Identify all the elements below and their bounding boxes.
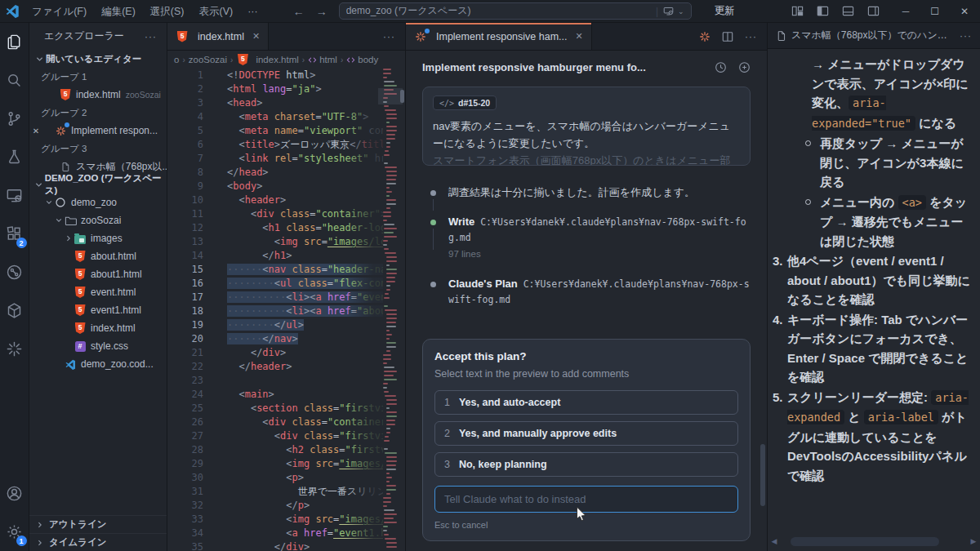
line-number: 16 [167, 277, 203, 291]
back-arrow[interactable]: ← [293, 5, 305, 18]
scrollbar-thumb[interactable] [791, 537, 939, 546]
minimap-slider[interactable] [378, 88, 403, 104]
webview-scrollbar[interactable] [760, 444, 765, 506]
menu-item[interactable]: 選択(S) [143, 0, 192, 23]
minimap-line [386, 260, 397, 262]
tree-item-index.html[interactable]: 5index.html [29, 319, 167, 337]
toggle-panel-icon[interactable] [842, 5, 854, 17]
open-editor-item[interactable]: ✕Implement respon... [29, 122, 167, 140]
tree-item-event.html[interactable]: 5event.html [29, 283, 167, 301]
tab-plan-preview[interactable]: スマホ幅（768px以下）でのハンバーガー... ··· [768, 23, 980, 49]
minimap-line [386, 420, 395, 421]
menu-bar: ファイル(F)編集(E)選択(S)表示(V)··· [24, 0, 265, 23]
line-number: 29 [167, 457, 203, 471]
toggle-sidebar-icon[interactable] [817, 5, 829, 17]
line-number: 31 [167, 485, 203, 499]
minimap-line [383, 220, 387, 221]
tree-item-label: index.html [91, 322, 136, 334]
menu-item[interactable]: ··· [240, 0, 265, 23]
editor-scrollbar[interactable] [400, 90, 404, 103]
breadcrumb[interactable]: o›zooSozai›5index.html›html›body [167, 51, 405, 69]
editor-actions-icon[interactable]: ··· [960, 30, 972, 42]
minimap[interactable] [383, 69, 399, 551]
breadcrumb-item[interactable]: zooSozai [189, 55, 227, 64]
plan-option-3[interactable]: 3No, keep planning [434, 452, 738, 477]
remote-window-icon[interactable] [663, 6, 674, 16]
workspace-header[interactable]: DEMO_ZOO (ワークスペース) [29, 176, 167, 193]
account-icon[interactable] [0, 474, 29, 513]
menu-item[interactable]: 表示(V) [191, 0, 240, 23]
scroll-left-icon[interactable]: ◀ [769, 537, 779, 545]
menu-item[interactable]: ファイル(F) [24, 0, 94, 23]
claude-step-2: Claude's Plan C:¥Users¥danek¥.claude¥pla… [422, 277, 751, 308]
maximize-button[interactable]: ☐ [930, 6, 939, 17]
remote-explorer-icon[interactable] [0, 176, 29, 215]
chevron-down-icon[interactable]: ⌄ [678, 7, 684, 16]
update-button[interactable]: 更新 [715, 4, 735, 18]
open-editor-item[interactable]: 5index.htmlzooSozai [29, 86, 167, 104]
toggle-secondary-sidebar-icon[interactable] [867, 5, 880, 17]
tree-item-images[interactable]: images [29, 229, 167, 247]
customize-layout-icon[interactable] [791, 5, 804, 17]
minimap-line [386, 256, 398, 258]
tab-claude-session[interactable]: Implement responsive ham... ✕ [406, 23, 592, 50]
history-icon[interactable] [715, 61, 727, 73]
editor-actions-icon[interactable]: ··· [745, 31, 757, 42]
split-editor-icon[interactable] [722, 31, 733, 42]
chevron-down-icon [44, 199, 54, 206]
tree-item-about.html[interactable]: 5about.html [29, 247, 167, 265]
tree-item-style.css[interactable]: #style.css [29, 337, 167, 355]
close-tab-icon[interactable]: ✕ [252, 31, 260, 42]
close-editor-icon[interactable]: ✕ [29, 127, 42, 136]
scroll-right-icon[interactable]: ▶ [969, 537, 978, 545]
circle-branch-icon[interactable] [0, 253, 29, 291]
open-editors-header[interactable]: 開いているエディター [29, 50, 167, 68]
command-center[interactable]: demo_zoo (ワークスペース) | ⌄ [339, 2, 692, 20]
tree-item-zooSozai[interactable]: zooSozai [29, 211, 167, 229]
settings-icon[interactable]: 1 [0, 513, 29, 551]
minimap-line [386, 118, 397, 119]
breadcrumb-item[interactable]: body [346, 55, 378, 64]
extensions-icon[interactable]: 2 [0, 215, 29, 253]
tree-item-event1.html[interactable]: 5event1.html [29, 301, 167, 319]
code-editor[interactable]: 1<!DOCTYPE html>2<html lang="ja">3<head>… [167, 69, 405, 551]
breadcrumb-item[interactable]: 5index.html [236, 53, 298, 66]
minimap-line [386, 460, 397, 462]
new-comment-icon[interactable] [738, 61, 751, 73]
claude-icon[interactable] [0, 330, 29, 368]
user-prompt-card[interactable]: </>d#15-20 nav要素のメニューを、スマホ幅の場合はハンバーガーメニュ… [422, 87, 751, 166]
option-key: 3 [444, 459, 450, 470]
md-item-5: 5.スクリーンリーダー想定: aria-expanded と aria-labe… [768, 388, 973, 486]
close-tab-icon[interactable]: ✕ [576, 31, 583, 42]
claude-new-session-icon[interactable] [699, 31, 710, 42]
close-button[interactable]: ✕ [960, 6, 969, 17]
breadcrumb-item[interactable]: html [308, 55, 337, 64]
markdown-preview[interactable]: → メニューがドロップダウンで表示、アイコンが×印に変化、aria-expand… [768, 49, 980, 534]
tree-item-demo_zoo.cod...[interactable]: demo_zoo.cod... [29, 355, 167, 373]
chevron-right-icon [64, 235, 74, 242]
open-editor-label: index.html [76, 89, 121, 100]
sidebar-section-0[interactable]: アウトライン [29, 515, 167, 533]
plan-option-1[interactable]: 1Yes, and auto-accept [434, 390, 738, 415]
source-control-icon[interactable] [0, 100, 29, 138]
tree-item-about1.html[interactable]: 5about1.html [29, 265, 167, 283]
menu-item[interactable]: 編集(E) [94, 0, 143, 23]
forward-arrow[interactable]: → [316, 5, 327, 18]
testing-icon[interactable] [0, 138, 29, 176]
explorer-icon[interactable] [0, 23, 29, 61]
horizontal-scrollbar[interactable]: ◀ ▶ [768, 534, 980, 549]
cube-icon[interactable] [0, 291, 29, 330]
gray-dot-icon [430, 282, 436, 287]
minimize-button[interactable]: ─ [902, 6, 910, 17]
tab-index-html[interactable]: 5 index.html ✕ [167, 23, 269, 50]
minimap-line [384, 371, 397, 372]
claude-webview: Implement responsive hamburger menu fo..… [406, 51, 767, 551]
search-icon[interactable] [0, 61, 29, 100]
sidebar-section-1[interactable]: タイムライン [29, 533, 167, 551]
plan-option-2[interactable]: 2Yes, and manually approve edits [434, 421, 738, 446]
editor-actions-icon[interactable]: ··· [383, 31, 395, 42]
explorer-more-icon[interactable]: ··· [145, 31, 157, 42]
settings-badge: 1 [16, 535, 27, 546]
breadcrumb-item[interactable]: o [174, 55, 179, 64]
tree-item-demo_zoo[interactable]: demo_zoo [29, 193, 167, 211]
